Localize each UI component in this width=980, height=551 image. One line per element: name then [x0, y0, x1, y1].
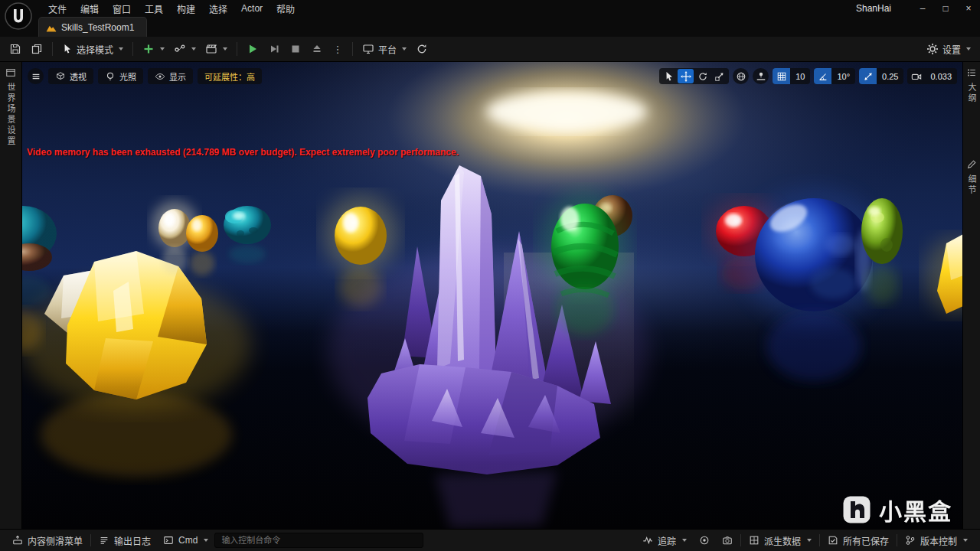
settings-label: 设置: [942, 43, 961, 56]
eject-icon: [311, 43, 323, 55]
viewport-toolbar-right: 10 10° 0.25: [659, 68, 957, 84]
perspective-dropdown[interactable]: 透视: [48, 68, 93, 84]
output-log-button[interactable]: 输出日志: [93, 530, 157, 551]
menu-select[interactable]: 选择: [202, 0, 234, 17]
lit-icon: [105, 71, 116, 82]
screenshot-button[interactable]: [716, 530, 739, 551]
refresh-icon: [416, 43, 428, 55]
menu-file[interactable]: 文件: [41, 0, 74, 17]
menu-help[interactable]: 帮助: [270, 0, 302, 17]
video-memory-warning: Video memory has been exhausted (214.789…: [27, 147, 459, 158]
world-coords-button[interactable]: [733, 68, 749, 84]
grid-snap-control[interactable]: 10: [773, 68, 810, 84]
show-dropdown[interactable]: 显示: [148, 68, 193, 84]
right-panel-strip: 大纲 细节: [962, 61, 980, 530]
outliner-tab[interactable]: 大纲: [965, 83, 978, 104]
output-log-label: 输出日志: [114, 534, 151, 547]
insights-icon: [699, 535, 710, 546]
select-mode-dropdown[interactable]: 选择模式: [58, 40, 127, 58]
insights-button[interactable]: [693, 530, 716, 551]
recompile-button[interactable]: [412, 40, 432, 58]
menu-window[interactable]: 窗口: [106, 0, 138, 17]
scalability-label: 可延展性：高: [204, 70, 255, 83]
blueprint-icon: [174, 43, 186, 55]
select-mode-label: 选择模式: [77, 43, 113, 56]
unreal-logo-icon: [4, 2, 33, 31]
cinematics-dropdown[interactable]: [201, 40, 231, 58]
menu-tools[interactable]: 工具: [138, 0, 170, 17]
separator: [90, 534, 91, 546]
scale-tool-button[interactable]: [711, 69, 727, 83]
scale-icon: [714, 71, 725, 82]
play-button[interactable]: [243, 40, 263, 58]
content-drawer-button[interactable]: 内容侧滑菜单: [6, 530, 89, 551]
menu-build[interactable]: 构建: [170, 0, 202, 17]
save-status-button[interactable]: 所有已保存: [822, 530, 895, 551]
console-input[interactable]: [214, 533, 423, 548]
details-tab[interactable]: 细节: [965, 174, 978, 196]
platforms-dropdown[interactable]: 平台: [358, 40, 410, 58]
chevron-down-icon: [204, 539, 208, 542]
derived-data-dropdown[interactable]: 派生数据: [743, 530, 818, 551]
minimize-button[interactable]: –: [911, 0, 934, 17]
maximize-button[interactable]: □: [934, 0, 957, 17]
add-actor-dropdown[interactable]: [139, 40, 168, 58]
menu-actor[interactable]: Actor: [234, 0, 270, 17]
perspective-label: 透视: [70, 70, 87, 83]
world-settings-tab[interactable]: 世界场景设置: [5, 83, 17, 147]
chevron-down-icon: [223, 47, 227, 51]
add-icon: [142, 43, 155, 55]
rotation-snap-control[interactable]: 10°: [814, 68, 855, 84]
camera-speed-icon: [907, 68, 925, 84]
left-panel-strip: 世界场景设置: [0, 61, 22, 530]
surface-snap-button[interactable]: [753, 68, 769, 84]
blueprints-dropdown[interactable]: [170, 40, 200, 58]
scalability-badge[interactable]: 可延展性：高: [198, 68, 262, 84]
separator: [132, 42, 133, 56]
select-tool-button[interactable]: [661, 69, 677, 83]
separator: [897, 534, 897, 546]
rotate-tool-button[interactable]: [694, 69, 710, 83]
chevron-down-icon: [682, 539, 687, 542]
separator: [52, 42, 53, 56]
console-dropdown[interactable]: Cmd: [157, 530, 214, 551]
move-tool-button[interactable]: [678, 69, 694, 83]
view-mode-dropdown[interactable]: 光照: [98, 68, 143, 84]
grid-snap-value[interactable]: 10: [790, 72, 810, 81]
frame-skip-button[interactable]: [264, 40, 284, 58]
camera-speed-value[interactable]: 0.033: [925, 72, 957, 81]
camera-icon: [722, 535, 733, 546]
scale-snap-value[interactable]: 0.25: [877, 72, 903, 81]
tab-skills-testroom1[interactable]: Skills_TestRoom1: [38, 17, 147, 37]
viewport[interactable]: 透视 光照 显示 可延展性：高: [21, 61, 963, 530]
settings-dropdown[interactable]: 设置: [923, 40, 975, 58]
unreal-logo[interactable]: [4, 2, 33, 31]
viewport-canvas[interactable]: [21, 61, 963, 530]
scale-snap-icon: [859, 68, 877, 84]
source-control-dropdown[interactable]: 版本控制: [899, 530, 974, 551]
viewport-options-button[interactable]: [28, 68, 44, 84]
skip-frame-icon: [268, 43, 280, 55]
camera-speed-control[interactable]: 0.033: [907, 68, 957, 84]
chevron-down-icon: [402, 47, 407, 51]
save-button[interactable]: [5, 40, 25, 58]
level-icon: [46, 22, 57, 33]
play-options-button[interactable]: ⋮: [328, 40, 347, 58]
menu-bar: 文件 编辑 窗口 工具 构建 选择 Actor 帮助 ShanHai – □ ×: [0, 0, 980, 17]
rotation-snap-value[interactable]: 10°: [831, 72, 855, 81]
viewport-toolbar-left: 透视 光照 显示 可延展性：高: [28, 68, 262, 84]
menu-edit[interactable]: 编辑: [74, 0, 106, 17]
scale-snap-control[interactable]: 0.25: [859, 68, 903, 84]
cursor-icon: [664, 71, 675, 82]
eject-button[interactable]: [307, 40, 327, 58]
stop-icon: [289, 43, 302, 55]
browse-icon: [31, 43, 43, 55]
save-status-icon: [828, 535, 838, 546]
output-log-icon: [99, 535, 109, 546]
browse-button[interactable]: [27, 40, 47, 58]
close-button[interactable]: ×: [957, 0, 980, 17]
tab-label: Skills_TestRoom1: [61, 22, 134, 33]
stop-button[interactable]: [286, 40, 305, 58]
trace-dropdown[interactable]: 追踪: [636, 530, 693, 551]
separator: [237, 42, 237, 56]
